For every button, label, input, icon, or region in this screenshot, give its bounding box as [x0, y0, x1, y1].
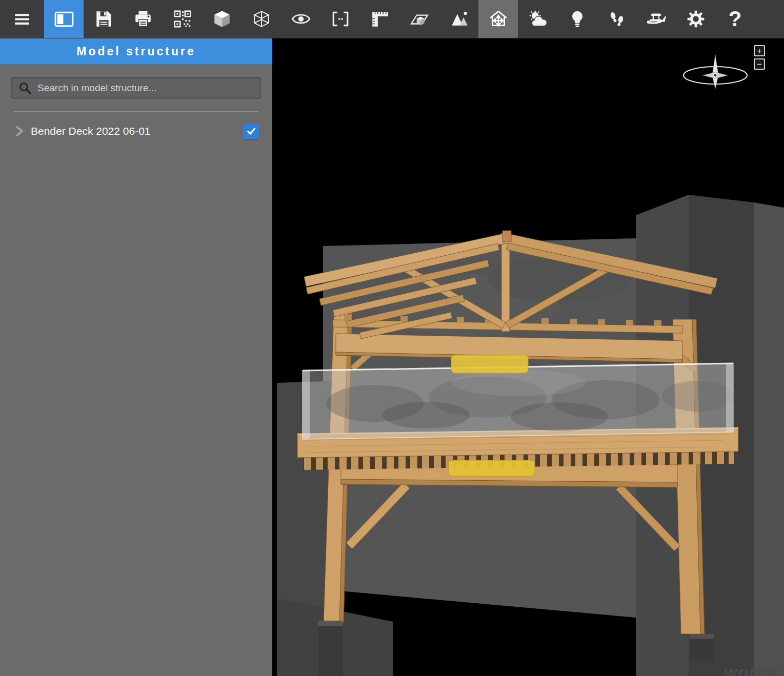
- footprints-icon: [607, 9, 627, 29]
- lighting-button[interactable]: [557, 0, 597, 38]
- qr-code-icon: [173, 9, 192, 29]
- checkmark-icon: [246, 126, 257, 137]
- print-button[interactable]: [123, 0, 163, 38]
- fit-view-icon: [331, 9, 350, 29]
- move-model-button[interactable]: [478, 0, 518, 38]
- sidebar-divider: [13, 111, 259, 112]
- walk-mode-button[interactable]: [597, 0, 636, 38]
- wireframe-view-button[interactable]: [242, 0, 281, 38]
- zoom-in-button[interactable]: +: [754, 45, 765, 56]
- wireframe-cube-icon: [252, 9, 271, 29]
- carpenter-square-icon: [370, 9, 390, 29]
- navigation-compass[interactable]: [684, 55, 747, 89]
- tree-item-row[interactable]: Bender Deck 2022 06-01: [0, 118, 272, 145]
- biplane-icon: [646, 9, 667, 29]
- floppy-disk-icon: [94, 9, 113, 29]
- clipping-plane-icon: [410, 9, 429, 29]
- tree-item-visibility-checkbox[interactable]: [243, 124, 259, 139]
- menu-button[interactable]: [0, 0, 44, 38]
- measure-button[interactable]: [360, 0, 399, 38]
- gear-icon: [686, 9, 706, 29]
- glass-railing: [303, 363, 734, 439]
- save-button[interactable]: [84, 0, 123, 38]
- light-bulb-icon: [568, 9, 587, 29]
- mountains-icon: [449, 9, 469, 29]
- tree-item-label: Bender Deck 2022 06-01: [31, 125, 243, 137]
- shaded-view-button[interactable]: [202, 0, 242, 38]
- sidebar-panel-icon: [54, 9, 74, 29]
- 3d-viewport[interactable]: + − work®: [272, 38, 784, 676]
- fly-mode-button[interactable]: [636, 0, 676, 38]
- help-button[interactable]: ?: [715, 0, 755, 38]
- model-structure-search-input[interactable]: [11, 77, 261, 99]
- printer-icon: [133, 9, 153, 29]
- zoom-to-fit-button[interactable]: [320, 0, 360, 38]
- qr-code-button[interactable]: [163, 0, 202, 38]
- weather-button[interactable]: [518, 0, 557, 38]
- zoom-out-button[interactable]: −: [754, 58, 765, 70]
- question-mark-icon: ?: [729, 8, 742, 30]
- search-icon: [18, 81, 32, 95]
- visibility-button[interactable]: [281, 0, 320, 38]
- house-move-icon: [489, 9, 508, 29]
- model-structure-panel: Model structure Bender Deck 2022 06-01: [0, 38, 272, 676]
- clipping-plane-button[interactable]: [399, 0, 439, 38]
- 3d-viewport-canvas[interactable]: [272, 38, 784, 676]
- solid-cube-icon: [212, 9, 232, 29]
- model-structure-panel-button[interactable]: [44, 0, 84, 38]
- chevron-right-icon[interactable]: [12, 124, 27, 138]
- app-watermark: work®: [724, 662, 780, 676]
- panel-title: Model structure: [0, 38, 272, 64]
- hamburger-icon: [13, 10, 31, 28]
- eye-icon: [291, 9, 311, 29]
- zoom-out-label: −: [757, 60, 762, 69]
- sun-cloud-icon: [528, 9, 548, 29]
- main-toolbar: ?: [0, 0, 784, 38]
- environment-button[interactable]: [439, 0, 478, 38]
- settings-button[interactable]: [676, 0, 715, 38]
- zoom-in-label: +: [757, 47, 762, 55]
